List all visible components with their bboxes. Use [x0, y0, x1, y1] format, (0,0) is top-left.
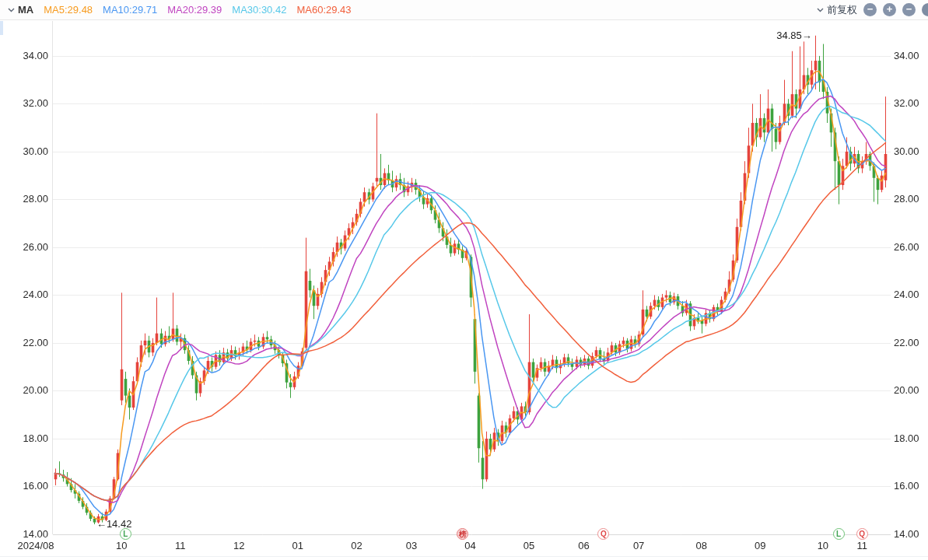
collapse-button[interactable]: −	[902, 3, 916, 16]
zoom-out-button[interactable]: −	[863, 3, 877, 16]
price-adjust-label: 前复权	[827, 3, 857, 17]
event-marker-L[interactable]: L	[833, 528, 845, 540]
zoom-in-button[interactable]: +	[883, 3, 896, 16]
ma10-legend-value: MA10:29.71	[103, 4, 157, 16]
chevron-down-icon	[8, 8, 15, 12]
event-marker-Q[interactable]: Q	[856, 528, 868, 540]
chart-toolbar: MA MA5:29.48 MA10:29.71 MA20:29.39 MA30:…	[0, 0, 928, 20]
ma60-legend-value: MA60:29.43	[296, 4, 351, 16]
event-marker-榜[interactable]: 榜	[457, 528, 468, 540]
ma20-legend-value: MA20:29.39	[167, 4, 222, 16]
event-marker-L[interactable]: L	[120, 528, 131, 540]
chevron-down-icon	[817, 8, 824, 12]
more-button[interactable]	[922, 3, 928, 16]
chart-controls: 前复权 − + −	[817, 3, 928, 17]
ma-legend: MA MA5:29.48 MA10:29.71 MA20:29.39 MA30:…	[8, 4, 352, 16]
ma5-legend-value: MA5:29.48	[44, 4, 93, 16]
ma-indicator-label: MA	[18, 4, 33, 16]
stock-chart-window: MA MA5:29.48 MA10:29.71 MA20:29.39 MA30:…	[0, 0, 928, 560]
ma-indicator-toggle[interactable]: MA	[8, 4, 33, 16]
ma30-legend-value: MA30:30.42	[232, 4, 286, 16]
candlestick-chart[interactable]	[0, 0, 928, 560]
price-adjust-dropdown[interactable]: 前复权	[817, 3, 857, 17]
